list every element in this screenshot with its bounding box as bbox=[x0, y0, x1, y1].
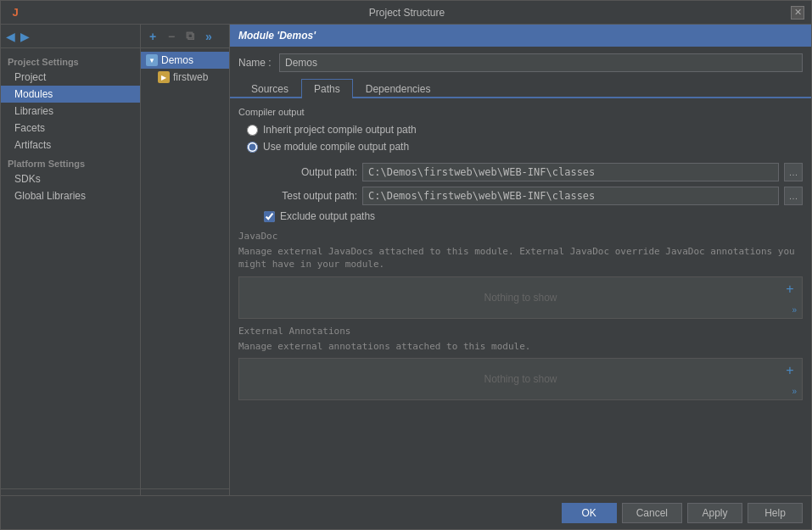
javadoc-list: Nothing to show + » bbox=[238, 276, 803, 319]
platform-settings-label: Platform Settings bbox=[1, 153, 140, 170]
use-module-radio-row: Use module compile output path bbox=[247, 141, 803, 153]
left-scrollbar bbox=[1, 488, 140, 495]
use-module-radio[interactable] bbox=[247, 142, 258, 153]
middle-toolbar: + − ⧉ » bbox=[141, 25, 229, 48]
title-bar: J Project Structure ✕ bbox=[1, 1, 811, 25]
inherit-radio[interactable] bbox=[247, 125, 258, 136]
tabs-row: Sources Paths Dependencies bbox=[230, 79, 811, 98]
test-output-path-browse-button[interactable]: … bbox=[784, 187, 803, 205]
external-annotations-more-button[interactable]: » bbox=[792, 387, 797, 396]
external-annotations-list: Nothing to show + » bbox=[238, 358, 803, 400]
javadoc-more-button[interactable]: » bbox=[792, 305, 797, 315]
left-toolbar: ◀ ▶ bbox=[1, 25, 140, 48]
paths-tab-content: Compiler output Inherit project compile … bbox=[230, 98, 811, 495]
javadoc-desc: Manage external JavaDocs attached to thi… bbox=[238, 245, 803, 271]
module-item-firstweb[interactable]: ▶ firstweb bbox=[141, 69, 229, 86]
module-label-firstweb: firstweb bbox=[173, 71, 208, 83]
external-annotations-add-button[interactable]: + bbox=[783, 364, 797, 377]
output-path-browse-button[interactable]: … bbox=[784, 163, 803, 181]
javadoc-add-button[interactable]: + bbox=[783, 282, 797, 296]
module-icon-firstweb: ▶ bbox=[158, 71, 170, 83]
name-row: Name : bbox=[230, 47, 811, 79]
external-annotations-placeholder: Nothing to show bbox=[484, 373, 557, 385]
project-structure-dialog: J Project Structure ✕ ◀ ▶ Project Settin… bbox=[0, 0, 812, 530]
window-title: Project Structure bbox=[23, 7, 791, 19]
module-tree: ▼ Demos ▶ firstweb bbox=[141, 48, 229, 488]
test-output-path-row: Test output path: … bbox=[255, 187, 803, 205]
ok-button[interactable]: OK bbox=[562, 503, 617, 523]
help-button[interactable]: Help bbox=[748, 503, 803, 523]
inherit-radio-row: Inherit project compile output path bbox=[247, 124, 803, 136]
apply-button[interactable]: Apply bbox=[687, 503, 742, 523]
sidebar-item-libraries[interactable]: Libraries bbox=[1, 103, 140, 120]
sidebar-item-facets[interactable]: Facets bbox=[1, 120, 140, 137]
tab-sources[interactable]: Sources bbox=[238, 79, 301, 98]
external-annotations-section: External Annotations Manage external ann… bbox=[238, 326, 803, 400]
exclude-checkbox-row: Exclude output paths bbox=[264, 210, 803, 222]
module-icon-demos: ▼ bbox=[146, 54, 158, 66]
module-label-demos: Demos bbox=[161, 54, 193, 66]
use-module-radio-label: Use module compile output path bbox=[263, 141, 409, 153]
cancel-button[interactable]: Cancel bbox=[622, 503, 682, 523]
add-module-button[interactable]: + bbox=[144, 28, 161, 45]
name-input[interactable] bbox=[279, 53, 803, 72]
right-panel: Module 'Demos' Name : Sources Paths Depe… bbox=[230, 25, 811, 495]
left-nav: Project Settings Project Modules Librari… bbox=[1, 48, 140, 488]
exclude-label: Exclude output paths bbox=[280, 210, 375, 222]
middle-scrollbar bbox=[141, 488, 229, 495]
sidebar-item-project[interactable]: Project bbox=[1, 69, 140, 86]
more-module-button[interactable]: » bbox=[200, 28, 217, 45]
test-output-path-input[interactable] bbox=[362, 187, 779, 205]
project-settings-label: Project Settings bbox=[1, 52, 140, 69]
compiler-output-options: Inherit project compile output path Use … bbox=[247, 124, 803, 153]
bottom-bar: OK Cancel Apply Help bbox=[1, 495, 811, 529]
output-path-input[interactable] bbox=[362, 163, 779, 181]
sidebar-item-sdks[interactable]: SDKs bbox=[1, 170, 140, 187]
copy-module-button[interactable]: ⧉ bbox=[182, 28, 199, 45]
middle-panel: + − ⧉ » ▼ Demos ▶ firstweb bbox=[141, 25, 230, 495]
name-label: Name : bbox=[238, 57, 272, 69]
sidebar-item-artifacts[interactable]: Artifacts bbox=[1, 137, 140, 153]
remove-module-button[interactable]: − bbox=[163, 28, 180, 45]
test-output-path-label: Test output path: bbox=[255, 190, 357, 202]
external-annotations-title: External Annotations bbox=[238, 326, 803, 337]
back-button[interactable]: ◀ bbox=[4, 30, 17, 43]
external-annotations-desc: Manage external annotations attached to … bbox=[238, 340, 803, 353]
compiler-output-label: Compiler output bbox=[238, 107, 803, 117]
content-area: ◀ ▶ Project Settings Project Modules Lib… bbox=[1, 25, 811, 495]
app-logo: J bbox=[8, 5, 23, 20]
javadoc-section: JavaDoc Manage external JavaDocs attache… bbox=[238, 231, 803, 319]
output-path-label: Output path: bbox=[255, 166, 357, 178]
exclude-checkbox[interactable] bbox=[264, 211, 275, 222]
forward-button[interactable]: ▶ bbox=[19, 30, 31, 43]
inherit-radio-label: Inherit project compile output path bbox=[263, 124, 417, 136]
module-header: Module 'Demos' bbox=[230, 25, 811, 47]
module-item-demos[interactable]: ▼ Demos bbox=[141, 52, 229, 69]
tab-paths[interactable]: Paths bbox=[301, 79, 353, 98]
sidebar-item-global-libraries[interactable]: Global Libraries bbox=[1, 187, 140, 204]
tab-dependencies[interactable]: Dependencies bbox=[353, 79, 444, 98]
close-button[interactable]: ✕ bbox=[791, 6, 804, 20]
sidebar-item-modules[interactable]: Modules bbox=[1, 86, 140, 103]
javadoc-title: JavaDoc bbox=[238, 231, 803, 242]
left-panel: ◀ ▶ Project Settings Project Modules Lib… bbox=[1, 25, 141, 495]
output-path-row: Output path: … bbox=[255, 163, 803, 181]
javadoc-placeholder: Nothing to show bbox=[484, 292, 557, 304]
